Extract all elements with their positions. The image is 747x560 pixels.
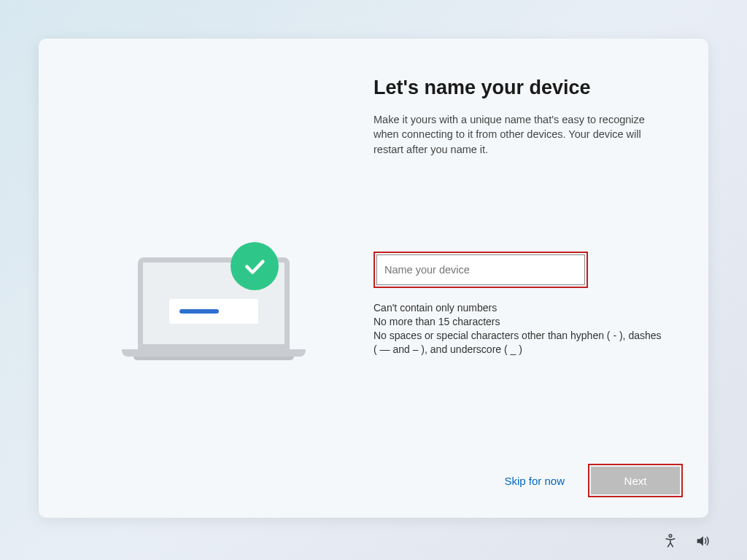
device-name-input-highlight bbox=[374, 252, 588, 288]
volume-icon[interactable] bbox=[694, 533, 711, 549]
laptop-input-graphic bbox=[169, 299, 258, 324]
page-title: Let's name your device bbox=[374, 77, 679, 99]
rule-line: No more than 15 characters bbox=[374, 315, 665, 329]
action-bar: Skip for now Next bbox=[495, 464, 683, 497]
rule-line: No spaces or special characters other th… bbox=[374, 329, 665, 357]
system-tray bbox=[662, 533, 711, 549]
laptop-base bbox=[122, 349, 306, 357]
device-name-input[interactable] bbox=[376, 254, 585, 285]
naming-rules: Can't contain only numbers No more than … bbox=[374, 301, 665, 357]
laptop-illustration bbox=[112, 257, 316, 357]
content-pane: Let's name your device Make it yours wit… bbox=[374, 39, 708, 518]
next-button-highlight: Next bbox=[588, 464, 683, 497]
laptop-input-line bbox=[179, 309, 219, 314]
setup-card: Let's name your device Make it yours wit… bbox=[39, 39, 708, 518]
accessibility-icon[interactable] bbox=[662, 533, 678, 549]
svg-point-0 bbox=[669, 534, 672, 537]
next-button[interactable]: Next bbox=[591, 467, 680, 494]
rule-line: Can't contain only numbers bbox=[374, 301, 665, 315]
page-subtitle: Make it yours with a unique name that's … bbox=[374, 112, 665, 157]
checkmark-badge-icon bbox=[231, 242, 279, 290]
skip-button[interactable]: Skip for now bbox=[495, 469, 573, 493]
illustration-pane bbox=[39, 39, 374, 518]
laptop-screen bbox=[138, 257, 290, 349]
